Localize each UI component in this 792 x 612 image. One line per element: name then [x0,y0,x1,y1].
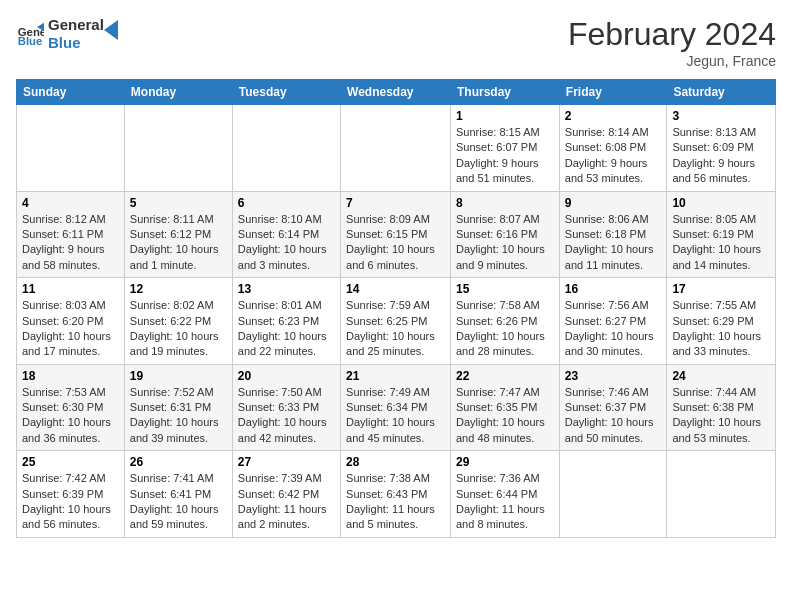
day-info: Sunrise: 7:44 AMSunset: 6:38 PMDaylight:… [672,385,770,447]
calendar-cell: 20Sunrise: 7:50 AMSunset: 6:33 PMDayligh… [232,364,340,451]
day-info: Sunrise: 8:10 AMSunset: 6:14 PMDaylight:… [238,212,335,274]
day-number: 1 [456,109,554,123]
day-info: Sunrise: 7:38 AMSunset: 6:43 PMDaylight:… [346,471,445,533]
week-row-5: 25Sunrise: 7:42 AMSunset: 6:39 PMDayligh… [17,451,776,538]
week-row-2: 4Sunrise: 8:12 AMSunset: 6:11 PMDaylight… [17,191,776,278]
day-number: 2 [565,109,662,123]
day-number: 29 [456,455,554,469]
day-info: Sunrise: 7:53 AMSunset: 6:30 PMDaylight:… [22,385,119,447]
calendar-cell: 13Sunrise: 8:01 AMSunset: 6:23 PMDayligh… [232,278,340,365]
logo: General Blue General Blue [16,16,124,52]
logo-arrow-icon [104,20,124,40]
day-number: 28 [346,455,445,469]
calendar-cell: 17Sunrise: 7:55 AMSunset: 6:29 PMDayligh… [667,278,776,365]
calendar-cell: 8Sunrise: 8:07 AMSunset: 6:16 PMDaylight… [451,191,560,278]
logo-icon: General Blue [16,20,44,48]
day-number: 23 [565,369,662,383]
weekday-header-row: SundayMondayTuesdayWednesdayThursdayFrid… [17,80,776,105]
day-info: Sunrise: 7:36 AMSunset: 6:44 PMDaylight:… [456,471,554,533]
day-info: Sunrise: 8:06 AMSunset: 6:18 PMDaylight:… [565,212,662,274]
day-info: Sunrise: 8:03 AMSunset: 6:20 PMDaylight:… [22,298,119,360]
calendar-cell: 19Sunrise: 7:52 AMSunset: 6:31 PMDayligh… [124,364,232,451]
day-info: Sunrise: 7:56 AMSunset: 6:27 PMDaylight:… [565,298,662,360]
page-header: General Blue General Blue February 2024 … [16,16,776,69]
location: Jegun, France [568,53,776,69]
calendar-cell: 6Sunrise: 8:10 AMSunset: 6:14 PMDaylight… [232,191,340,278]
calendar-cell: 18Sunrise: 7:53 AMSunset: 6:30 PMDayligh… [17,364,125,451]
day-number: 27 [238,455,335,469]
calendar-cell: 2Sunrise: 8:14 AMSunset: 6:08 PMDaylight… [559,105,667,192]
weekday-header-wednesday: Wednesday [341,80,451,105]
day-number: 6 [238,196,335,210]
calendar-cell [124,105,232,192]
day-info: Sunrise: 8:15 AMSunset: 6:07 PMDaylight:… [456,125,554,187]
logo-blue: Blue [48,34,104,52]
calendar-table: SundayMondayTuesdayWednesdayThursdayFrid… [16,79,776,538]
day-info: Sunrise: 7:52 AMSunset: 6:31 PMDaylight:… [130,385,227,447]
day-number: 15 [456,282,554,296]
day-number: 8 [456,196,554,210]
day-number: 14 [346,282,445,296]
day-number: 13 [238,282,335,296]
calendar-cell: 27Sunrise: 7:39 AMSunset: 6:42 PMDayligh… [232,451,340,538]
day-number: 20 [238,369,335,383]
day-number: 11 [22,282,119,296]
calendar-cell: 4Sunrise: 8:12 AMSunset: 6:11 PMDaylight… [17,191,125,278]
weekday-header-tuesday: Tuesday [232,80,340,105]
day-number: 3 [672,109,770,123]
day-info: Sunrise: 7:59 AMSunset: 6:25 PMDaylight:… [346,298,445,360]
month-title: February 2024 [568,16,776,53]
weekday-header-friday: Friday [559,80,667,105]
calendar-cell [17,105,125,192]
day-number: 5 [130,196,227,210]
weekday-header-monday: Monday [124,80,232,105]
day-info: Sunrise: 8:12 AMSunset: 6:11 PMDaylight:… [22,212,119,274]
calendar-cell: 16Sunrise: 7:56 AMSunset: 6:27 PMDayligh… [559,278,667,365]
calendar-cell: 28Sunrise: 7:38 AMSunset: 6:43 PMDayligh… [341,451,451,538]
day-info: Sunrise: 7:41 AMSunset: 6:41 PMDaylight:… [130,471,227,533]
calendar-cell: 3Sunrise: 8:13 AMSunset: 6:09 PMDaylight… [667,105,776,192]
day-info: Sunrise: 7:58 AMSunset: 6:26 PMDaylight:… [456,298,554,360]
calendar-cell: 22Sunrise: 7:47 AMSunset: 6:35 PMDayligh… [451,364,560,451]
svg-text:Blue: Blue [18,35,43,47]
day-number: 21 [346,369,445,383]
day-number: 16 [565,282,662,296]
calendar-cell: 12Sunrise: 8:02 AMSunset: 6:22 PMDayligh… [124,278,232,365]
day-number: 25 [22,455,119,469]
day-info: Sunrise: 7:55 AMSunset: 6:29 PMDaylight:… [672,298,770,360]
calendar-cell: 21Sunrise: 7:49 AMSunset: 6:34 PMDayligh… [341,364,451,451]
day-number: 18 [22,369,119,383]
week-row-4: 18Sunrise: 7:53 AMSunset: 6:30 PMDayligh… [17,364,776,451]
day-info: Sunrise: 7:46 AMSunset: 6:37 PMDaylight:… [565,385,662,447]
day-info: Sunrise: 7:47 AMSunset: 6:35 PMDaylight:… [456,385,554,447]
calendar-cell: 26Sunrise: 7:41 AMSunset: 6:41 PMDayligh… [124,451,232,538]
calendar-cell: 5Sunrise: 8:11 AMSunset: 6:12 PMDaylight… [124,191,232,278]
calendar-cell [559,451,667,538]
day-info: Sunrise: 8:01 AMSunset: 6:23 PMDaylight:… [238,298,335,360]
calendar-cell: 29Sunrise: 7:36 AMSunset: 6:44 PMDayligh… [451,451,560,538]
week-row-3: 11Sunrise: 8:03 AMSunset: 6:20 PMDayligh… [17,278,776,365]
calendar-cell [341,105,451,192]
day-number: 9 [565,196,662,210]
day-info: Sunrise: 8:13 AMSunset: 6:09 PMDaylight:… [672,125,770,187]
svg-marker-3 [104,20,118,40]
calendar-cell: 14Sunrise: 7:59 AMSunset: 6:25 PMDayligh… [341,278,451,365]
day-number: 17 [672,282,770,296]
weekday-header-sunday: Sunday [17,80,125,105]
day-number: 26 [130,455,227,469]
day-info: Sunrise: 8:07 AMSunset: 6:16 PMDaylight:… [456,212,554,274]
calendar-cell [232,105,340,192]
day-number: 12 [130,282,227,296]
day-number: 24 [672,369,770,383]
day-number: 7 [346,196,445,210]
calendar-cell [667,451,776,538]
day-number: 10 [672,196,770,210]
day-number: 19 [130,369,227,383]
day-info: Sunrise: 8:09 AMSunset: 6:15 PMDaylight:… [346,212,445,274]
day-info: Sunrise: 8:11 AMSunset: 6:12 PMDaylight:… [130,212,227,274]
calendar-cell: 15Sunrise: 7:58 AMSunset: 6:26 PMDayligh… [451,278,560,365]
day-info: Sunrise: 7:50 AMSunset: 6:33 PMDaylight:… [238,385,335,447]
week-row-1: 1Sunrise: 8:15 AMSunset: 6:07 PMDaylight… [17,105,776,192]
day-number: 4 [22,196,119,210]
calendar-cell: 9Sunrise: 8:06 AMSunset: 6:18 PMDaylight… [559,191,667,278]
